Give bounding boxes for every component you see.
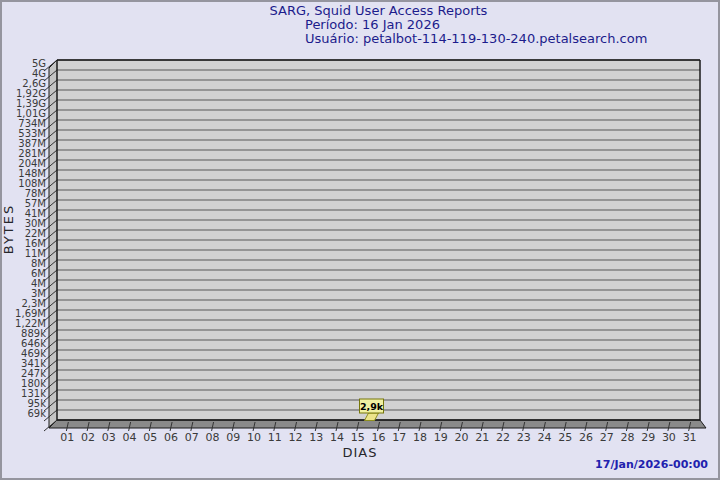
- x-axis-tick-label: 25: [558, 431, 572, 444]
- x-axis-tick-label: 31: [683, 431, 697, 444]
- x-axis-tick-label: 18: [413, 431, 427, 444]
- x-axis-tick-label: 23: [517, 431, 531, 444]
- x-axis-tick-label: 17: [392, 431, 406, 444]
- x-axis-tick-label: 29: [641, 431, 655, 444]
- x-axis-tick-label: 06: [164, 431, 178, 444]
- x-axis-tick-label: 21: [475, 431, 489, 444]
- x-axis-tick-label: 08: [206, 431, 220, 444]
- x-axis-title: DIAS: [300, 445, 420, 460]
- x-axis-tick-label: 30: [662, 431, 676, 444]
- x-axis-tick-label: 22: [496, 431, 510, 444]
- x-axis-tick-label: 13: [309, 431, 323, 444]
- x-axis-tick-label: 28: [620, 431, 634, 444]
- x-axis-tick-label: 14: [330, 431, 344, 444]
- y-axis-tick-label: 69k: [27, 408, 46, 419]
- x-axis-tick-label: 04: [123, 431, 137, 444]
- x-axis-tick-label: 12: [289, 431, 303, 444]
- x-axis-tick-label: 20: [454, 431, 468, 444]
- bar-value-label: 2,9k: [360, 401, 384, 412]
- x-axis-tick-label: 27: [600, 431, 614, 444]
- x-axis-tick-label: 26: [579, 431, 593, 444]
- x-axis-tick-label: 10: [247, 431, 261, 444]
- sarg-report-image: SARG, Squid User Access Reports Período:…: [0, 0, 720, 480]
- x-axis-tick-label: 11: [268, 431, 282, 444]
- y-axis-title: BYTES: [1, 194, 17, 264]
- x-axis-tick-label: 02: [81, 431, 95, 444]
- x-axis-tick-label: 15: [351, 431, 365, 444]
- x-axis-tick-label: 24: [537, 431, 551, 444]
- x-axis-tick-label: 05: [143, 431, 157, 444]
- x-axis-tick-label: 03: [102, 431, 116, 444]
- x-axis-tick-label: 16: [372, 431, 386, 444]
- x-axis-tick-label: 19: [434, 431, 448, 444]
- x-axis-tick-label: 09: [226, 431, 240, 444]
- x-axis-tick-label: 07: [185, 431, 199, 444]
- bar-chart-canvas: 5G4G2,6G1,92G1,39G1,01G734M533M387M281M2…: [0, 0, 720, 480]
- generated-timestamp: 17/Jan/2026-00:00: [595, 458, 708, 471]
- x-axis-tick-label: 01: [60, 431, 74, 444]
